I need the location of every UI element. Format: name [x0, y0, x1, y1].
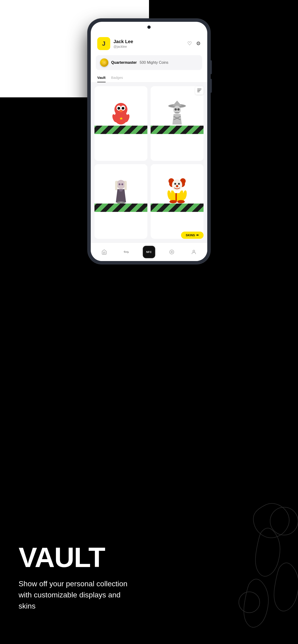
- figure-display-4: [151, 164, 203, 204]
- svg-point-49: [193, 250, 195, 252]
- figure-card-2[interactable]: [151, 86, 203, 161]
- nav-home[interactable]: [99, 246, 110, 258]
- svg-point-45: [169, 200, 177, 203]
- coins-rank: Quartermaster: [111, 60, 137, 64]
- figure-display-1: [95, 86, 147, 126]
- svg-rect-0: [197, 89, 201, 89]
- coin-icon: 🪙: [100, 58, 108, 67]
- svg-point-26: [119, 183, 120, 185]
- settings-icon[interactable]: ⚙: [196, 40, 201, 46]
- tabs: Vault Badges: [91, 73, 207, 82]
- nav-profile[interactable]: [188, 246, 199, 258]
- vault-description: Show off your personal collection with c…: [19, 578, 139, 612]
- figure-card-1[interactable]: [95, 86, 147, 161]
- figure-card-3[interactable]: [95, 164, 147, 239]
- platform-2: [151, 126, 203, 134]
- svg-point-27: [121, 183, 123, 185]
- svg-marker-14: [172, 100, 182, 106]
- phone-wrapper: J Jack Lee @jacklee ♡ ⚙ 🪙 Quartermaster: [88, 18, 210, 264]
- svg-rect-18: [175, 112, 179, 113]
- svg-rect-1: [197, 90, 200, 91]
- svg-marker-19: [172, 114, 182, 124]
- svg-rect-25: [124, 182, 127, 190]
- svg-point-17: [177, 108, 180, 110]
- heart-icon[interactable]: ♡: [187, 40, 192, 46]
- bottom-section: VAULT Show off your personal collection …: [0, 463, 298, 644]
- coins-amount: 500 Mighty Coins: [140, 60, 168, 64]
- tab-vault[interactable]: Vault: [97, 73, 106, 82]
- svg-point-16: [175, 108, 177, 110]
- svg-point-4: [114, 103, 127, 116]
- platform-3: [95, 204, 147, 212]
- phone-screen: J Jack Lee @jacklee ♡ ⚙ 🪙 Quartermaster: [91, 22, 207, 261]
- screen-content: J Jack Lee @jacklee ♡ ⚙ 🪙 Quartermaster: [91, 22, 207, 261]
- camera-dot: [147, 26, 151, 29]
- coins-text: Quartermaster 500 Mighty Coins: [111, 60, 168, 65]
- avatar: J: [97, 37, 110, 50]
- svg-point-9: [119, 110, 123, 112]
- svg-rect-31: [120, 202, 122, 203]
- profile-handle: @jacklee: [114, 45, 187, 48]
- svg-point-39: [176, 185, 178, 187]
- svg-point-8: [122, 107, 124, 110]
- skins-pencil-icon: ✏: [196, 234, 199, 237]
- nav-swap[interactable]: [121, 246, 132, 258]
- header-icons: ♡ ⚙: [187, 40, 201, 46]
- coins-bar[interactable]: 🪙 Quartermaster 500 Mighty Coins: [96, 55, 202, 70]
- svg-rect-2: [197, 92, 200, 92]
- filter-button[interactable]: [195, 86, 203, 94]
- nav-explore[interactable]: [166, 246, 177, 258]
- skins-button[interactable]: SKINS ✏: [181, 232, 203, 239]
- svg-point-47: [170, 250, 174, 254]
- profile-name: Jack Lee: [114, 39, 187, 44]
- phone-frame: J Jack Lee @jacklee ♡ ⚙ 🪙 Quartermaster: [88, 18, 210, 264]
- vault-grid: SKINS ✏: [91, 82, 207, 242]
- figure-card-4[interactable]: [151, 164, 203, 239]
- svg-point-7: [117, 107, 120, 110]
- svg-rect-24: [115, 182, 117, 190]
- svg-point-46: [177, 200, 185, 203]
- profile-header: J Jack Lee @jacklee ♡ ⚙: [91, 34, 207, 54]
- skins-label: SKINS: [186, 234, 195, 237]
- svg-point-23: [117, 180, 125, 189]
- nav-nfc[interactable]: NFC: [143, 246, 155, 258]
- svg-point-50: [270, 507, 298, 535]
- svg-point-38: [178, 183, 180, 185]
- svg-point-48: [171, 251, 172, 253]
- nfc-label: NFC: [146, 250, 152, 254]
- svg-point-51: [239, 592, 260, 613]
- profile-info: Jack Lee @jacklee: [114, 39, 187, 48]
- platform-4: [151, 204, 203, 212]
- bottom-nav: NFC: [91, 242, 207, 261]
- tab-badges[interactable]: Badges: [111, 73, 123, 82]
- platform-1: [95, 126, 147, 134]
- figure-display-3: [95, 164, 147, 204]
- svg-point-37: [174, 183, 176, 185]
